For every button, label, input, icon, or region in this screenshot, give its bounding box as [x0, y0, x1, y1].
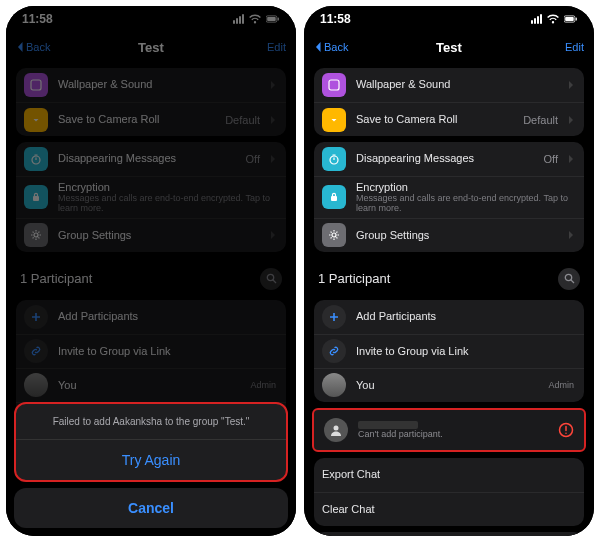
lock-icon [322, 185, 346, 209]
error-message: Can't add participant. [358, 429, 548, 439]
row-label: Save to Camera Roll [356, 113, 513, 126]
row-group-settings[interactable]: Group Settings [314, 218, 584, 252]
back-label: Back [324, 41, 348, 53]
svg-point-17 [334, 425, 339, 430]
row-label: Wallpaper & Sound [356, 78, 558, 91]
sheet-message: Failed to add Aakanksha to the group "Te… [16, 404, 286, 439]
row-detail: Default [523, 114, 558, 126]
nav-bar: Back Test Edit [304, 32, 594, 62]
phone-left: 11:58 Back Test Edit Wallpaper & Sound [6, 6, 296, 536]
actions-group-1: Export Chat Clear Chat [314, 458, 584, 526]
chevron-left-icon [314, 41, 322, 53]
participants-count: 1 Participant [318, 271, 390, 286]
row-label: Group Settings [356, 229, 558, 242]
action-sheet: Failed to add Aakanksha to the group "Te… [14, 402, 288, 528]
svg-rect-10 [565, 17, 574, 21]
chevron-right-icon [568, 230, 574, 240]
admin-badge: Admin [548, 380, 574, 390]
row-label: Add Participants [356, 310, 574, 323]
camera-roll-icon [322, 108, 346, 132]
row-detail: Off [544, 153, 558, 165]
back-button[interactable]: Back [314, 41, 348, 53]
row-wallpaper[interactable]: Wallpaper & Sound [314, 68, 584, 102]
row-label: Clear Chat [322, 503, 574, 516]
row-export-chat[interactable]: Export Chat [314, 458, 584, 492]
battery-icon [564, 14, 578, 24]
timer-icon [322, 147, 346, 171]
svg-rect-14 [331, 196, 337, 201]
status-time: 11:58 [320, 12, 351, 26]
participant-you[interactable]: You Admin [314, 368, 584, 402]
sheet-content-highlighted: Failed to add Aakanksha to the group "Te… [14, 402, 288, 482]
svg-point-15 [332, 233, 336, 237]
wifi-icon [546, 14, 560, 24]
phone-right: 11:58 Back Test Edit Wallpaper & Sound [304, 6, 594, 536]
actions-group-2: Exit Group Report Group [314, 532, 584, 536]
svg-rect-12 [329, 80, 339, 90]
row-exit-group[interactable]: Exit Group [314, 532, 584, 536]
encryption-sub: Messages and calls are end-to-end encryp… [356, 194, 574, 214]
try-again-button[interactable]: Try Again [16, 439, 286, 480]
chevron-right-icon [568, 154, 574, 164]
wallpaper-icon [322, 73, 346, 97]
status-bar: 11:58 [304, 6, 594, 32]
search-icon [564, 273, 575, 284]
svg-rect-11 [576, 17, 577, 20]
redacted-name [358, 421, 418, 429]
participants-search-button[interactable] [558, 268, 580, 290]
row-encryption[interactable]: Encryption Messages and calls are end-to… [314, 176, 584, 218]
participants-group: Add Participants Invite to Group via Lin… [314, 300, 584, 402]
row-disappearing[interactable]: Disappearing Messages Off [314, 142, 584, 176]
status-indicators [531, 14, 578, 24]
edit-button[interactable]: Edit [565, 41, 584, 53]
row-label: Encryption Messages and calls are end-to… [356, 181, 574, 214]
chevron-right-icon [568, 115, 574, 125]
participant-error-row[interactable]: Can't add participant. [312, 408, 586, 452]
svg-point-16 [565, 275, 571, 281]
row-label: You [356, 379, 538, 392]
signal-icon [531, 14, 542, 24]
row-label: Export Chat [322, 468, 574, 481]
chevron-right-icon [568, 80, 574, 90]
cancel-button[interactable]: Cancel [14, 488, 288, 528]
avatar [322, 373, 346, 397]
error-text-block: Can't add participant. [358, 421, 548, 439]
gear-icon [322, 223, 346, 247]
row-add-participants[interactable]: Add Participants [314, 300, 584, 334]
screen: 11:58 Back Test Edit Wallpaper & Sound [6, 6, 296, 536]
settings-group-1: Wallpaper & Sound Save to Camera Roll De… [314, 68, 584, 136]
avatar [324, 418, 348, 442]
row-camera-roll[interactable]: Save to Camera Roll Default [314, 102, 584, 136]
settings-group-2: Disappearing Messages Off Encryption Mes… [314, 142, 584, 252]
row-clear-chat[interactable]: Clear Chat [314, 492, 584, 526]
row-label: Invite to Group via Link [356, 345, 574, 358]
participants-header: 1 Participant [304, 258, 594, 294]
row-label: Disappearing Messages [356, 152, 534, 165]
link-icon [322, 339, 346, 363]
screen: 11:58 Back Test Edit Wallpaper & Sound [304, 6, 594, 536]
row-invite-link[interactable]: Invite to Group via Link [314, 334, 584, 368]
plus-icon [322, 305, 346, 329]
error-icon [558, 422, 574, 438]
